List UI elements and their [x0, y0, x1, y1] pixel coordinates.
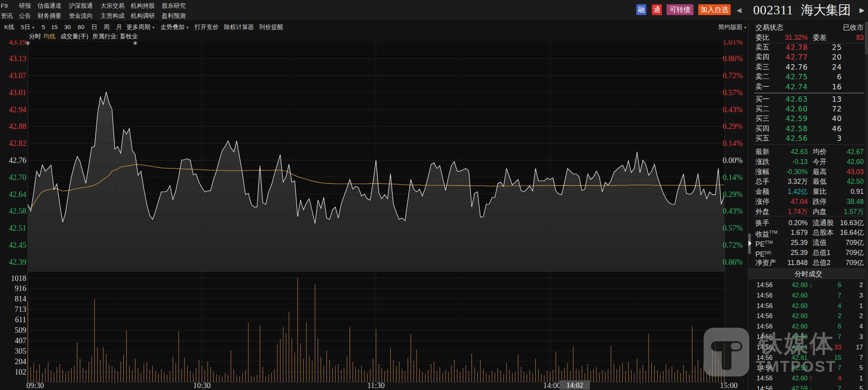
caret-down-icon: ▼ — [150, 26, 155, 30]
caret-down-icon: ▼ — [30, 26, 35, 30]
trade-tick-row: 14:5642.6073 — [748, 332, 868, 342]
next-stock-icon[interactable]: ▶ — [859, 6, 865, 14]
menu-item-11[interactable]: 主营构成 — [101, 12, 125, 20]
menu-item-8[interactable]: 公告 — [19, 12, 31, 20]
toolbar-item-1[interactable]: 5日 ▼ — [21, 22, 35, 33]
menu-item-5[interactable]: 机构持股 — [131, 2, 155, 10]
panel-expand-icon[interactable] — [748, 241, 752, 246]
stat-label-sup: TTM — [769, 230, 777, 234]
menu-item-3[interactable]: 沪深股通 — [69, 2, 93, 10]
legend-item-0[interactable]: 分时 — [29, 32, 41, 40]
layout-select[interactable]: 简约版面 ▼ — [718, 22, 747, 33]
sell-volume: 24 — [795, 62, 842, 72]
toolbar-item-9[interactable]: 更多周期 ▼ — [126, 22, 155, 33]
sell-volume: 25 — [795, 42, 842, 52]
legend-item-1[interactable]: 均线 — [43, 32, 55, 40]
tick-time: 14:56 — [757, 301, 772, 311]
percent-axis-label: 0.14% — [723, 173, 743, 181]
price-axis-label: 42.70 — [9, 173, 26, 181]
badge-3[interactable]: 加入自选 — [698, 4, 731, 15]
stat-value: 42.63 — [791, 147, 808, 157]
menu-item-12[interactable]: 机构调研 — [131, 12, 155, 20]
buy-volume: 72 — [795, 104, 842, 114]
buy-level-label: 买三 — [755, 113, 769, 123]
stat-label: 外盘 — [755, 207, 769, 217]
tick-time: 14:56 — [757, 383, 772, 390]
toolbar-item-3[interactable]: 15 — [51, 22, 58, 32]
caret-down-icon: ▼ — [185, 26, 190, 30]
stat-value: 1.74万 — [788, 207, 808, 217]
stat-row: 涨幅-0.30%最高43.03 — [748, 167, 868, 177]
stat-label: 总手 — [755, 176, 769, 186]
buy-volume: 46 — [795, 123, 842, 133]
menu-item-1[interactable]: 研报 — [19, 2, 31, 10]
toolbar-item-5[interactable]: 60 — [78, 22, 84, 32]
commission-row: 委比31.32%委差83 — [748, 32, 868, 43]
sell-level-label: 卖一 — [755, 82, 769, 92]
time-axis-label: 11:30 — [367, 381, 385, 390]
time-axis-label: 10:30 — [193, 381, 211, 390]
stat-value: 42.50 — [810, 176, 864, 186]
menu-item-6[interactable]: 股东研究 — [162, 2, 186, 10]
volume-axis-label: 407 — [15, 336, 26, 345]
sell-level-row: 卖二42.756 — [748, 72, 868, 82]
stat-row: PE(动)25.39总值1709亿 — [748, 248, 868, 258]
toolbar-item-0[interactable]: K线 — [4, 22, 14, 32]
menu-item-2[interactable]: 估值通道 — [38, 2, 62, 10]
volume-axis-label: 1018 — [11, 274, 26, 282]
trade-tick-row: 14:5642.6041 — [748, 301, 868, 311]
volume-axis-label: 509 — [15, 326, 26, 334]
price-axis-label: 42.51 — [9, 224, 26, 232]
toolbar-item-10[interactable]: 走势叠加 ▼ — [161, 22, 190, 33]
panel-scrollbar-thumb[interactable] — [865, 22, 868, 54]
buy-level-row: 买一42.6313 — [748, 94, 868, 104]
menu-item-4[interactable]: 大宗交易 — [101, 2, 125, 10]
toolbar-item-6[interactable]: 日 — [91, 22, 97, 32]
percent-axis-label: 0.43% — [723, 207, 743, 215]
toolbar-item-8[interactable]: 月 — [116, 22, 122, 32]
toolbar-item-4[interactable]: 30 — [64, 22, 71, 32]
price-axis-label: 42.76 — [9, 156, 26, 164]
trade-tick-row: 14:5642.59↓75 — [748, 363, 868, 373]
crosshair-time-label: 14:02 — [566, 381, 583, 389]
toolbar-item-12[interactable]: 除权计算器 — [224, 22, 254, 32]
menu-item-9[interactable]: 财务摘要 — [38, 12, 62, 20]
stat-value: 47.04 — [791, 197, 808, 207]
buy-volume: 13 — [795, 94, 842, 104]
stat-row: 换手0.20%流通股16.63亿 — [748, 218, 868, 228]
menu-item-7[interactable]: 资讯 — [1, 12, 13, 20]
toolbar-item-11[interactable]: 打开竞价 — [195, 22, 219, 32]
quote-panel: 交易状态已收市委比31.32%委差83卖五42.7825卖四42.7720卖三4… — [748, 22, 868, 390]
badge-2[interactable]: 可转债 — [666, 4, 694, 15]
menu-item-0[interactable]: F9 — [1, 2, 8, 10]
buy-level-row: 买四42.5846 — [748, 123, 868, 133]
intraday-chart[interactable]: ✳✳43.191.01%43.130.86%43.070.72%43.010.5… — [0, 40, 747, 390]
time-axis-label: 15:00 — [720, 381, 738, 390]
event-marker-icon[interactable]: ✳ — [133, 40, 138, 46]
stat-row: PETTM25.39流值709亿 — [748, 238, 868, 248]
stat-label-sup: TTM — [765, 240, 773, 245]
percent-axis-label: 0.57% — [723, 88, 743, 97]
stock-app-window: F9研报估值通道沪深股通大宗交易机构持股股东研究资讯公告财务摘要资金流向主营构成… — [0, 0, 868, 390]
stat-row: 总手3.32万最低42.50 — [748, 176, 868, 186]
stat-row: 涨停47.04跌停38.48 — [748, 197, 868, 207]
toolbar-item-2[interactable]: 5 — [42, 22, 45, 32]
volume-axis-label: 204 — [15, 357, 26, 366]
menu-item-10[interactable]: 资金流向 — [69, 12, 93, 20]
toolbar-item-13[interactable]: 到价提醒 — [259, 22, 283, 32]
stat-row: 最新42.63均价42.67 — [748, 147, 868, 157]
tick-time: 14:56 — [757, 373, 772, 383]
toolbar-item-7[interactable]: 周 — [104, 22, 110, 32]
panel-scrollbar[interactable] — [865, 22, 868, 390]
badge-1[interactable]: 通 — [652, 4, 662, 15]
menu-item-13[interactable]: 盈利预测 — [162, 12, 186, 20]
stat-value: 3.32万 — [788, 176, 808, 186]
badge-0[interactable]: 融 — [636, 4, 646, 15]
stat-value: 1.42亿 — [788, 186, 808, 197]
sell-volume: 16 — [795, 82, 842, 92]
tick-time: 14:56 — [757, 332, 772, 342]
percent-axis-label: 0.29% — [723, 190, 743, 198]
prev-stock-icon[interactable]: ◀ — [736, 6, 742, 14]
tick-count: 3 — [826, 332, 863, 342]
stat-label: 涨停 — [755, 197, 769, 207]
